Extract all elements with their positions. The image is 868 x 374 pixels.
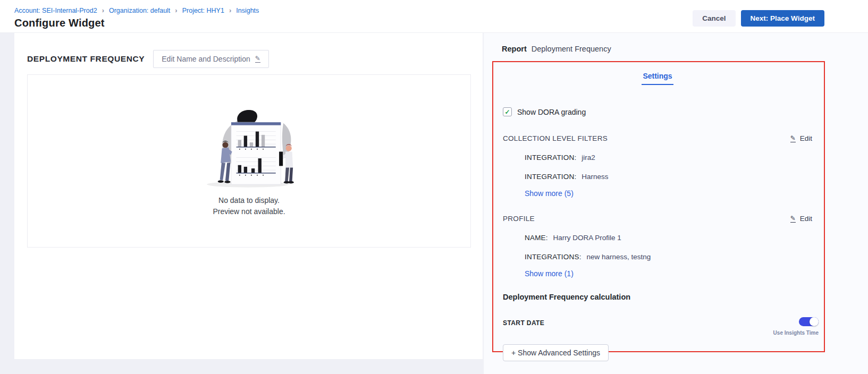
filter-item-value: Harness	[582, 173, 608, 181]
profile-item-label: INTEGRATIONS:	[525, 253, 582, 261]
start-date-row: START DATE Use Insights Time	[503, 317, 812, 336]
profile-edit-button[interactable]: ✎ Edit	[790, 215, 812, 223]
edit-label: Edit	[800, 134, 812, 142]
dora-grading-checkbox[interactable]: ✓	[503, 107, 512, 116]
filter-item: INTEGRATION: jira2	[525, 154, 812, 162]
breadcrumb-project-link[interactable]: Project: HHY1	[182, 7, 224, 14]
breadcrumb-chevron-icon: ›	[175, 6, 177, 14]
checkmark-icon: ✓	[504, 108, 510, 116]
breadcrumb-account-link[interactable]: Account: SEI-Internal-Prod2	[14, 7, 97, 14]
empty-state-illustration	[201, 105, 298, 189]
use-insights-time-label: Use Insights Time	[773, 330, 819, 336]
widget-title: DEPLOYMENT FREQUENCY	[27, 54, 145, 64]
filter-item-label: INTEGRATION:	[525, 154, 576, 162]
main-area: DEPLOYMENT FREQUENCY Edit Name and Descr…	[0, 33, 868, 374]
header-actions: Cancel Next: Place Widget	[693, 10, 824, 27]
show-dora-grading-row: ✓ Show DORA grading	[503, 107, 812, 116]
breadcrumb-chevron-icon: ›	[102, 6, 104, 14]
insights-time-toggle-block: Use Insights Time	[773, 317, 819, 336]
use-insights-time-toggle[interactable]	[799, 317, 819, 326]
breadcrumb-organization-link[interactable]: Organization: default	[109, 7, 170, 14]
filter-item: INTEGRATION: Harness	[525, 173, 812, 181]
settings-highlight-outline: Settings ✓ Show DORA grading COLLECTION …	[492, 61, 825, 352]
filter-item-value: jira2	[582, 154, 595, 162]
pencil-icon: ✎	[255, 55, 260, 63]
preview-unavailable-text: Preview not available.	[213, 206, 285, 217]
profile-item: INTEGRATIONS: new harness, testng	[525, 253, 812, 261]
tab-bar: Settings	[503, 72, 812, 85]
report-value: Deployment Frequency	[532, 45, 611, 53]
widget-preview-empty-state: No data to display. Preview not availabl…	[27, 74, 471, 248]
profile-header: PROFILE ✎ Edit	[503, 215, 812, 223]
collection-filters-edit-button[interactable]: ✎ Edit	[790, 134, 812, 142]
toggle-knob	[810, 317, 819, 326]
widget-settings-panel: Report Deployment Frequency Settings ✓ S…	[484, 33, 868, 374]
tab-settings[interactable]: Settings	[642, 72, 673, 85]
edit-label: Edit	[800, 215, 812, 223]
start-date-label: START DATE	[503, 319, 544, 327]
widget-header: DEPLOYMENT FREQUENCY Edit Name and Descr…	[27, 50, 470, 68]
profile-title: PROFILE	[503, 215, 535, 223]
collection-filters-header: COLLECTION LEVEL FILTERS ✎ Edit	[503, 134, 812, 142]
header-left: Account: SEI-Internal-Prod2 › Organizati…	[14, 6, 259, 29]
widget-preview-panel: DEPLOYMENT FREQUENCY Edit Name and Descr…	[14, 33, 483, 359]
next-place-widget-button[interactable]: Next: Place Widget	[741, 10, 824, 27]
profile-item: NAME: Harry DORA Profile 1	[525, 234, 812, 242]
profile-item-value: Harry DORA Profile 1	[553, 234, 621, 242]
pencil-icon: ✎	[790, 215, 796, 223]
profile-item-value: new harness, testng	[586, 253, 651, 261]
collection-show-more-link[interactable]: Show more (5)	[525, 189, 574, 198]
breadcrumb-insights-link[interactable]: Insights	[236, 7, 259, 14]
report-row: Report Deployment Frequency	[484, 33, 868, 53]
edit-name-label: Edit Name and Description	[162, 55, 250, 63]
pencil-icon: ✎	[790, 135, 796, 142]
show-advanced-settings-button[interactable]: + Show Advanced Settings	[503, 344, 609, 361]
cancel-button[interactable]: Cancel	[693, 10, 735, 27]
report-label: Report	[502, 45, 527, 53]
edit-name-description-button[interactable]: Edit Name and Description ✎	[153, 50, 269, 68]
no-data-text: No data to display.	[213, 195, 285, 206]
breadcrumb: Account: SEI-Internal-Prod2 › Organizati…	[14, 6, 259, 14]
profile-show-more-link[interactable]: Show more (1)	[525, 269, 574, 278]
profile-item-label: NAME:	[525, 234, 548, 242]
breadcrumb-chevron-icon: ›	[229, 6, 231, 14]
page-title: Configure Widget	[14, 17, 259, 29]
page-header: Account: SEI-Internal-Prod2 › Organizati…	[0, 0, 868, 33]
dora-grading-label: Show DORA grading	[517, 108, 586, 116]
filter-item-label: INTEGRATION:	[525, 173, 576, 181]
collection-filters-title: COLLECTION LEVEL FILTERS	[503, 134, 608, 142]
calculation-title: Deployment Frequency calculation	[503, 293, 812, 301]
